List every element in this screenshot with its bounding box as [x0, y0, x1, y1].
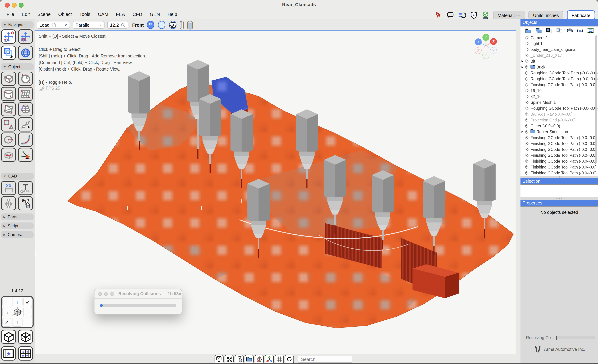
object-tree-row[interactable]: ▶ Finishing GCode Tool Path (-0.0--0.0) …	[521, 135, 598, 141]
visibility-diamond-icon[interactable]	[525, 136, 529, 140]
view-cube-icon[interactable]	[12, 307, 23, 317]
visibility-diamond-icon[interactable]	[525, 118, 529, 122]
sphere-tool-button[interactable]	[18, 72, 33, 86]
minimize-window-button[interactable]	[12, 3, 17, 8]
view-right-arrow-button[interactable]: →	[2, 307, 11, 317]
object-tree-row[interactable]: ▶ Buck	[521, 64, 598, 70]
properties-panel-header[interactable]: Properties	[521, 200, 598, 207]
menu-item[interactable]: Tools	[76, 10, 94, 19]
search-input[interactable]	[298, 356, 352, 363]
cube-tool-button[interactable]	[1, 72, 16, 86]
shapes-tool-button[interactable]	[1, 117, 16, 132]
marquee-select-tool-button[interactable]	[1, 46, 16, 60]
visibility-diamond-icon[interactable]	[525, 36, 529, 40]
object-tree-row[interactable]: ▶ Finishing GCode Tool Path (-0.0--0.0) …	[521, 158, 598, 164]
visibility-diamond-icon[interactable]	[525, 41, 529, 46]
view-left-arrow-button[interactable]: ←	[2, 298, 11, 306]
object-tree-row[interactable]: ▶ 16_10	[521, 88, 598, 93]
cutter-select-button[interactable]	[235, 355, 244, 364]
objects-panel-header[interactable]: Objects	[521, 19, 598, 26]
visibility-diamond-icon[interactable]	[525, 53, 529, 57]
curve-edit-tool-button[interactable]	[18, 117, 33, 132]
tube-tool-button[interactable]	[1, 148, 16, 162]
object-tree-row[interactable]: ▶ Finishing GCode Tool Path (-0.0--0.0) …	[521, 146, 598, 152]
object-tree-row[interactable]: ▶ _Under_Z10_X17	[521, 52, 598, 58]
object-tree-row[interactable]: ▶ Finishing GCode Tool Path (-0.0--0.0) …	[521, 164, 598, 170]
visibility-diamond-icon[interactable]	[525, 83, 529, 87]
group-union-button[interactable]	[535, 28, 542, 33]
axis-gizmo[interactable]: Y X Z Z X Y	[473, 33, 498, 60]
dimension-tool-button[interactable]: XX	[1, 181, 16, 195]
menu-item[interactable]: Edit	[18, 10, 34, 19]
object-tree-row[interactable]: ▶ Roughing GCode Tool Path (-0.0--0.0)	[521, 105, 598, 111]
view-up-arrow-button[interactable]: ↑	[12, 318, 23, 327]
feedback-comment-icon[interactable]	[446, 11, 454, 19]
stock-cylinder-button[interactable]	[187, 20, 193, 30]
light-tool-button[interactable]	[18, 148, 33, 162]
menu-item[interactable]: GEN	[146, 10, 164, 19]
object-tree-row[interactable]: ▶ Finishing GCode Tool Path (-0.0--0.0)	[521, 82, 598, 88]
expander-icon[interactable]: ▶	[522, 60, 525, 62]
section-script[interactable]: ▶Script	[1, 223, 33, 229]
visibility-diamond-icon[interactable]	[525, 147, 529, 151]
bezier-tool-button[interactable]	[18, 132, 33, 147]
panel-splitter[interactable]	[521, 175, 598, 178]
dialog-close-button[interactable]	[98, 292, 102, 296]
visibility-diamond-icon[interactable]	[525, 153, 529, 157]
viewport-3d[interactable]: Shift + [Q] - Select & Move ClosestClick…	[35, 30, 517, 354]
visibility-diamond-icon[interactable]	[525, 141, 529, 146]
ghost-view-button[interactable]	[158, 20, 166, 29]
selection-panel-header[interactable]: Selection	[521, 178, 598, 185]
quad-view-button[interactable]: ★★★★	[18, 346, 33, 361]
section-cad[interactable]: ▼CAD	[1, 173, 33, 180]
object-tree-row[interactable]: ▶ Roughing GCode Tool Path (-0.0--0.0)	[521, 70, 598, 76]
object-tree-row[interactable]: ▶ 32_16	[521, 93, 598, 99]
visibility-diamond-icon[interactable]	[525, 47, 529, 51]
projection-dropdown[interactable]: Parallel ∨	[73, 21, 105, 29]
visibility-diamond-icon[interactable]	[525, 112, 529, 116]
object-tree-row[interactable]: ▶ Cutter (-0.0--0.0)	[521, 123, 598, 129]
grid-toggle-button[interactable]	[275, 355, 284, 364]
visibility-diamond-icon[interactable]	[525, 159, 529, 163]
object-tree-row[interactable]: ▶ Light 1	[521, 41, 598, 46]
fabricate-button[interactable]: Fabricate	[567, 10, 595, 20]
dialog-title-bar[interactable]: Resolving Collisions — 1h 53m...	[94, 289, 182, 299]
menu-item[interactable]: Help	[164, 10, 181, 19]
units-button[interactable]: Units: inches	[529, 11, 563, 20]
new-folder-button[interactable]	[525, 28, 532, 33]
surface-wrap-button[interactable]	[566, 28, 573, 33]
mirror-off-button[interactable]	[255, 355, 264, 364]
expander-icon[interactable]: ▶	[522, 66, 525, 68]
wireframe-cube-view-button[interactable]	[18, 330, 33, 344]
section-navigate[interactable]: ▼Navigate	[1, 21, 33, 28]
mesh-tool-button[interactable]	[1, 102, 16, 116]
visibility-diamond-icon[interactable]	[525, 65, 529, 69]
object-tree-row[interactable]: ▶ Router Simulation	[521, 129, 598, 135]
visibility-diamond-icon[interactable]	[525, 59, 529, 63]
view-down-arrow-button[interactable]: ↓	[12, 298, 23, 306]
object-tree-row[interactable]: ▶ Roughing GCode Tool Path (-0.0--0.0)	[521, 76, 598, 82]
cylinder-tool-button[interactable]	[1, 87, 16, 101]
dialog-minimize-button[interactable]	[104, 292, 108, 296]
object-tree-row[interactable]: ▶ body_rear_clam_origional	[521, 46, 598, 52]
visibility-diamond-icon[interactable]	[525, 89, 529, 92]
section-object[interactable]: ▼Object	[1, 63, 33, 70]
orbit-globe-tool-button[interactable]	[18, 46, 33, 60]
visibility-diamond-icon[interactable]	[525, 106, 529, 110]
menu-item[interactable]: CAM	[94, 10, 112, 19]
sync-history-icon[interactable]	[458, 11, 466, 19]
visibility-diamond-icon[interactable]	[525, 130, 529, 134]
object-tree-row[interactable]: ▶ Projection Grid (-0.0--0.0)	[521, 117, 598, 123]
refresh-button[interactable]	[285, 355, 294, 364]
move-tool-button[interactable]	[18, 29, 33, 44]
object-tree-row[interactable]: ▶ Finishing GCode Tool Path (-0.0--0.0) …	[521, 152, 598, 158]
progress-dialog[interactable]: Resolving Collisions — 1h 53m...	[94, 289, 182, 314]
expander-icon[interactable]: ▶	[522, 130, 525, 133]
visibility-diamond-icon[interactable]	[525, 171, 529, 175]
objects-scrollbar[interactable]	[595, 35, 597, 163]
shield-star-icon[interactable]: ★	[470, 11, 478, 19]
single-view-button[interactable]: ★	[1, 346, 16, 361]
object-tree-row[interactable]: ▶ Spline Mesh 1	[521, 99, 598, 105]
load-dropdown[interactable]: Load ∨	[37, 21, 70, 29]
texture-preview-button[interactable]	[215, 355, 224, 364]
